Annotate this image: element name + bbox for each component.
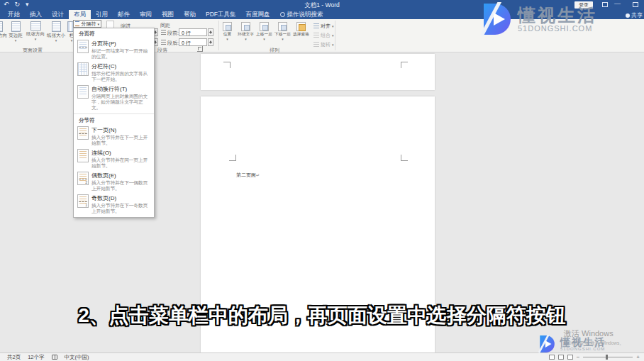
text-boundary-mark <box>229 155 236 161</box>
brand-watermark-top: 懂视生活 51DONGSHI.COM <box>479 2 597 36</box>
zoom-slider-thumb[interactable] <box>606 355 608 360</box>
tab-design[interactable]: 设计 <box>47 10 69 19</box>
align-button[interactable]: 对齐 ▾ <box>313 23 334 30</box>
tab-home[interactable]: 开始 <box>3 10 25 19</box>
rotate-icon <box>313 42 319 48</box>
position-icon <box>223 22 232 31</box>
person-icon <box>626 13 630 18</box>
document-page-1[interactable] <box>201 54 435 90</box>
brand-site: 51DONGSHI.COM <box>518 24 597 33</box>
maximize-icon[interactable] <box>633 2 638 7</box>
send-backward-icon <box>278 22 287 31</box>
align-icon <box>313 23 319 29</box>
menu-item-odd-page[interactable]: 1 奇数页(D) 插入分节符并在下一奇数页上开始新节。 <box>74 193 154 216</box>
breaks-button[interactable]: 分隔符 ▾ <box>73 20 101 28</box>
tell-me-label: 操作说明搜索 <box>287 11 323 19</box>
ribbon-display-options-icon[interactable] <box>602 2 608 7</box>
tab-mailings[interactable]: 邮件 <box>113 10 135 19</box>
space-after-icon <box>161 40 166 45</box>
paper-size-icon <box>52 21 61 32</box>
next-page-break-icon <box>77 126 89 140</box>
tab-baidu-netdisk[interactable]: 百度网盘 <box>241 10 275 19</box>
breaks-icon <box>75 21 79 26</box>
rotate-button[interactable]: 旋转 ▾ <box>313 41 334 48</box>
menu-section-header-page-breaks: 分页符 <box>74 28 154 38</box>
text-boundary-mark <box>401 155 408 161</box>
status-bar: 共2页 12个字 中文(中国) − + <box>0 352 644 361</box>
margins-icon <box>11 21 21 32</box>
zoom-in-icon[interactable]: + <box>636 355 640 360</box>
tab-references[interactable]: 引用 <box>91 10 113 19</box>
print-layout-icon[interactable] <box>558 355 564 360</box>
space-after-field[interactable]: 0 行 <box>179 38 207 46</box>
web-layout-icon[interactable] <box>567 355 573 360</box>
bring-forward-icon <box>260 22 269 31</box>
menu-item-next-page[interactable]: 下一页(N) 插入分节符并在下一页上开始新节。 <box>74 125 154 148</box>
selection-pane-button[interactable]: 选择窗格 <box>292 22 310 38</box>
menu-section-header-section-breaks: 分节符 <box>74 113 154 125</box>
tab-help[interactable]: 帮助 <box>179 10 201 19</box>
text-boundary-mark <box>223 62 231 68</box>
space-before-stepper[interactable] <box>208 28 213 36</box>
orientation-icon <box>30 21 41 30</box>
odd-page-break-icon: 1 <box>77 194 89 208</box>
share-button[interactable]: 共享 <box>626 11 643 19</box>
page-count[interactable]: 共2页 <box>7 354 21 361</box>
zoom-out-icon[interactable]: − <box>577 355 580 360</box>
continuous-break-icon <box>77 149 89 162</box>
brand-site: 51DONGSHI.COM <box>560 347 606 351</box>
position-button[interactable]: 位置 ▾ <box>218 22 236 40</box>
menu-item-continuous[interactable]: 连续(O) 插入分节符并在同一页上开始新节。 <box>74 148 154 170</box>
read-mode-icon[interactable] <box>549 355 555 360</box>
word-count[interactable]: 12个字 <box>28 354 44 361</box>
tell-me-search[interactable]: 操作说明搜索 <box>275 10 328 19</box>
word-window: ↶ ↻ ▾ 文档1 - Word 登录 — 开始 插入 设计 布局 引用 邮件 … <box>0 0 644 361</box>
wrap-text-icon <box>241 22 250 31</box>
menu-item-even-page[interactable]: 2 偶数页(E) 插入分节符并在下一偶数页上开始新节。 <box>74 170 154 193</box>
margins-button[interactable]: 页边距 ▾ <box>6 21 25 42</box>
selection-pane-icon <box>296 22 306 31</box>
brand-logo-icon <box>538 335 556 353</box>
chevron-down-icon: ▾ <box>97 22 99 26</box>
lightbulb-icon <box>280 12 285 17</box>
tab-pdf-tools[interactable]: PDF工具集 <box>201 10 241 19</box>
space-before-icon <box>161 30 166 35</box>
bring-forward-button[interactable]: 上移一层 ▾ <box>255 22 273 40</box>
space-before-field[interactable]: 0 行 <box>179 28 207 36</box>
proofing-icon[interactable] <box>52 355 57 360</box>
text-direction-icon <box>0 21 3 32</box>
group-button[interactable]: 组合 ▾ <box>313 32 334 39</box>
brand-watermark-bottom: 懂视生活 51DONGSHI.COM <box>538 335 606 353</box>
menu-item-column-break[interactable]: 分栏符(C) 指示分栏符后面的文字将从下一栏开始。 <box>74 61 154 84</box>
paragraph-dialog-launcher-icon[interactable] <box>197 46 203 52</box>
tab-insert[interactable]: 插入 <box>25 10 47 19</box>
page-break-icon <box>77 40 89 53</box>
space-after-stepper[interactable] <box>208 38 213 46</box>
zoom-slider[interactable] <box>583 357 633 357</box>
brand-name: 懂视生活 <box>560 337 606 347</box>
space-before-label: 段前: <box>167 30 179 37</box>
group-icon <box>313 33 319 38</box>
text-wrapping-break-icon <box>77 85 89 99</box>
tab-view[interactable]: 视图 <box>157 10 179 19</box>
minimize-icon[interactable]: — <box>614 1 621 6</box>
column-break-icon <box>77 62 89 76</box>
page2-paragraph[interactable]: 第二页面↵ <box>236 172 260 179</box>
even-page-break-icon: 2 <box>77 172 89 185</box>
breaks-dropdown-menu: 分页符 分页符(P) 标记一页结束与下一页开始的位置。 分栏符(C) 指示分栏符… <box>73 28 155 218</box>
language-indicator[interactable]: 中文(中国) <box>65 354 89 361</box>
text-boundary-mark <box>401 62 408 68</box>
brand-name: 懂视生活 <box>518 6 597 24</box>
brand-logo-icon <box>479 2 513 36</box>
spacing-header: 间距 <box>160 22 170 29</box>
menu-item-text-wrapping-break[interactable]: 自动换行符(T) 分隔网页上的对象周围的文字，如分隔题注文字与正文。 <box>74 84 154 112</box>
tab-review[interactable]: 审阅 <box>135 10 157 19</box>
menu-item-page-break[interactable]: 分页符(P) 标记一页结束与下一页开始的位置。 <box>74 38 154 61</box>
tab-layout[interactable]: 布局 <box>69 10 91 19</box>
orientation-button[interactable]: 纸张方向 ▾ <box>26 21 45 40</box>
space-after-label: 段后: <box>167 40 179 47</box>
paragraph-mark: ↵ <box>256 173 260 177</box>
wrap-text-button[interactable]: 环绕文字 ▾ <box>237 22 255 40</box>
video-subtitle: 2、点击菜单栏中的布局，再页面设置中选择分隔符按钮 <box>0 302 644 329</box>
send-backward-button[interactable]: 下移一层 ▾ <box>274 22 292 40</box>
